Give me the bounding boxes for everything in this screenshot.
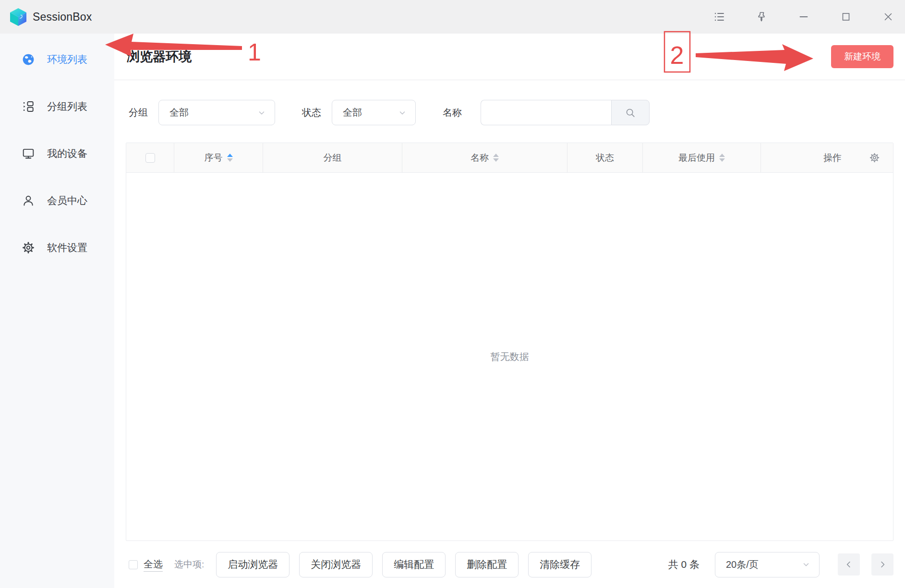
group-filter-value: 全部 (169, 106, 189, 119)
launch-browser-button[interactable]: 启动浏览器 (216, 552, 290, 577)
column-header-last-used: 最后使用 (643, 143, 761, 172)
status-filter-select[interactable]: 全部 (332, 100, 416, 125)
header-select-checkbox[interactable] (145, 153, 155, 163)
monitor-icon (22, 147, 35, 160)
prev-page-button[interactable] (838, 553, 860, 576)
sidebar-item-label: 分组列表 (47, 100, 87, 113)
page-size-select[interactable]: 20条/页 (715, 552, 820, 577)
table-empty-state: 暂无数据 (126, 173, 893, 540)
search-button[interactable] (611, 100, 650, 125)
main-header: 浏览器环境 新建环境 (114, 34, 905, 80)
clear-cache-button[interactable]: 清除缓存 (528, 552, 591, 577)
chevron-down-icon (802, 560, 810, 569)
empty-text: 暂无数据 (491, 350, 529, 363)
footer-toolbar: 全选 选中项: 启动浏览器 关闭浏览器 编辑配置 删除配置 清除缓存 共 0 条… (126, 541, 893, 588)
main-panel: 浏览器环境 新建环境 分组 全部 状态 全部 (114, 34, 905, 588)
sidebar-item-settings[interactable]: 软件设置 (0, 232, 114, 263)
status-filter-label: 状态 (302, 106, 321, 119)
column-header-group: 分组 (263, 143, 402, 172)
name-filter-label: 名称 (443, 106, 462, 119)
pagination (838, 553, 893, 576)
sidebar-item-group-list[interactable]: 分组列表 (0, 91, 114, 122)
sort-control-last-used[interactable] (719, 154, 725, 162)
sidebar-item-my-devices[interactable]: 我的设备 (0, 138, 114, 169)
sidebar-item-member-center[interactable]: 会员中心 (0, 185, 114, 216)
sort-asc-icon (719, 154, 725, 157)
edit-config-button[interactable]: 编辑配置 (382, 552, 446, 577)
titlebar-controls (712, 6, 896, 27)
titlebar: SessionBox (0, 0, 905, 34)
task-list-icon[interactable] (712, 6, 727, 27)
sidebar-item-label: 环境列表 (47, 53, 87, 66)
sort-control-name[interactable] (493, 154, 499, 162)
app-window: SessionBox (0, 0, 905, 588)
sort-desc-icon (493, 158, 499, 162)
column-header-status: 状态 (567, 143, 643, 172)
page-title: 浏览器环境 (127, 48, 192, 65)
user-icon (22, 194, 35, 207)
sidebar-item-label: 会员中心 (47, 194, 87, 207)
column-header-seq: 序号 (174, 143, 263, 172)
close-button[interactable] (881, 6, 896, 27)
close-browser-button[interactable]: 关闭浏览器 (299, 552, 373, 577)
column-header-name: 名称 (402, 143, 567, 172)
column-header-actions: 操作 (761, 143, 893, 172)
environments-table: 序号 分组 名称 (126, 143, 893, 541)
sidebar-item-label: 软件设置 (47, 241, 87, 254)
chevron-down-icon (398, 108, 407, 117)
chevron-down-icon (257, 108, 266, 117)
app-title: SessionBox (33, 11, 92, 24)
chevron-right-icon (878, 560, 887, 569)
sort-asc-icon (227, 154, 233, 157)
selected-items-label: 选中项: (174, 558, 204, 571)
gear-icon (22, 241, 35, 254)
maximize-button[interactable] (838, 6, 854, 27)
sidebar-item-environment-list[interactable]: 环境列表 (0, 44, 114, 75)
group-filter-select[interactable]: 全部 (158, 100, 275, 125)
sidebar-item-label: 我的设备 (47, 147, 87, 160)
new-environment-button[interactable]: 新建环境 (831, 45, 893, 68)
name-search-input[interactable] (481, 100, 611, 125)
chevron-left-icon (845, 560, 853, 569)
sort-control-seq[interactable] (227, 154, 233, 162)
filter-bar: 分组 全部 状态 全部 名称 (126, 100, 893, 125)
next-page-button[interactable] (871, 553, 893, 576)
sidebar: 环境列表 分组列表 我的设备 (0, 34, 114, 588)
select-all-label[interactable]: 全选 (144, 558, 163, 572)
search-icon (625, 108, 636, 118)
group-list-icon (22, 100, 35, 113)
table-header-row: 序号 分组 名称 (126, 143, 893, 173)
select-all-checkbox[interactable] (129, 560, 138, 569)
delete-config-button[interactable]: 删除配置 (455, 552, 519, 577)
app-logo-icon (9, 7, 28, 26)
minimize-button[interactable] (796, 6, 811, 27)
globe-icon (22, 53, 35, 66)
status-filter-value: 全部 (343, 106, 362, 119)
pin-icon[interactable] (754, 6, 769, 27)
page-size-value: 20条/页 (726, 558, 759, 571)
sort-desc-icon (227, 158, 233, 162)
group-filter-label: 分组 (129, 106, 148, 119)
sort-asc-icon (493, 154, 499, 157)
sort-desc-icon (719, 158, 725, 162)
total-count-label: 共 0 条 (668, 558, 700, 571)
column-settings-gear-icon[interactable] (869, 153, 880, 163)
